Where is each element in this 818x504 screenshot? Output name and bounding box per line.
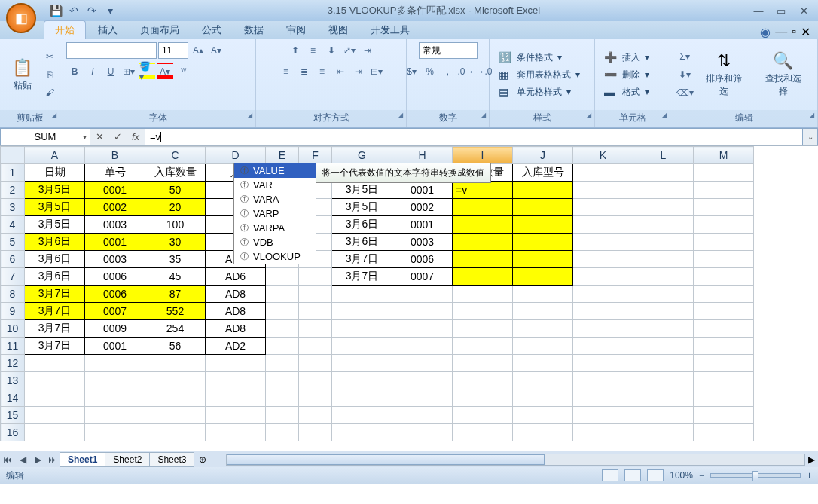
phonetic-button[interactable]: ᵂ xyxy=(175,63,191,80)
cell-G12[interactable] xyxy=(332,355,392,372)
cell-D11[interactable]: AD2 xyxy=(206,338,266,355)
zoom-level[interactable]: 100% xyxy=(670,470,693,481)
ribbon-tab-5[interactable]: 审阅 xyxy=(276,21,316,39)
col-header-A[interactable]: A xyxy=(25,147,85,164)
col-header-C[interactable]: C xyxy=(145,147,206,164)
ribbon-tab-3[interactable]: 公式 xyxy=(191,21,232,39)
cell-D16[interactable] xyxy=(206,424,266,441)
hscroll-right-icon[interactable]: ▶ xyxy=(805,454,818,465)
col-header-E[interactable]: E xyxy=(266,147,299,164)
cell-G7[interactable]: 3月7日 xyxy=(332,268,392,286)
cell-K6[interactable] xyxy=(573,251,633,268)
increase-decimal-icon[interactable]: .0→ xyxy=(458,63,475,80)
cell-G13[interactable] xyxy=(332,372,392,389)
cell-I6[interactable] xyxy=(453,251,513,268)
cell-B4[interactable]: 0003 xyxy=(85,216,145,234)
cell-L10[interactable] xyxy=(633,320,694,338)
doc-minimize-icon[interactable]: — xyxy=(775,25,787,39)
office-button[interactable]: ◧ xyxy=(6,3,36,33)
help-icon[interactable]: ◉ xyxy=(760,25,771,39)
insert-cells-button[interactable]: ➕插入▾ xyxy=(601,50,652,66)
cell-J8[interactable] xyxy=(513,286,573,303)
cell-G4[interactable]: 3月6日 xyxy=(332,216,392,234)
align-right-icon[interactable]: ≡ xyxy=(314,63,331,80)
cell-G6[interactable]: 3月7日 xyxy=(332,251,392,268)
cell-B9[interactable]: 0007 xyxy=(85,303,145,320)
cell-L8[interactable] xyxy=(633,286,694,303)
col-header-K[interactable]: K xyxy=(573,147,633,164)
ribbon-tab-1[interactable]: 插入 xyxy=(87,21,128,39)
cell-A12[interactable] xyxy=(25,355,85,372)
cell-I3[interactable] xyxy=(453,199,513,216)
fill-icon[interactable]: ⬇▾ xyxy=(676,66,693,83)
sheet-nav-last-icon[interactable]: ⏭ xyxy=(45,452,60,467)
cell-H8[interactable] xyxy=(392,286,453,303)
increase-indent-icon[interactable]: ⇥ xyxy=(350,63,367,80)
cell-L14[interactable] xyxy=(633,389,694,407)
sheet-tab-sheet3[interactable]: Sheet3 xyxy=(149,452,194,467)
row-header-1[interactable]: 1 xyxy=(1,164,25,182)
format-painter-icon[interactable]: 🖌 xyxy=(41,84,58,101)
font-color-button[interactable]: A▾ xyxy=(157,63,173,80)
cell-A6[interactable]: 3月6日 xyxy=(25,251,85,268)
comma-icon[interactable]: , xyxy=(440,63,456,80)
qat-dropdown-icon[interactable]: ▾ xyxy=(102,3,118,18)
cell-M11[interactable] xyxy=(694,338,754,355)
cell-B10[interactable]: 0009 xyxy=(85,320,145,338)
cell-H7[interactable]: 0007 xyxy=(392,268,453,286)
close-icon[interactable]: ✕ xyxy=(795,4,812,17)
cell-D15[interactable] xyxy=(206,407,266,424)
cell-M13[interactable] xyxy=(694,372,754,389)
cell-L9[interactable] xyxy=(633,303,694,320)
ribbon-tab-7[interactable]: 开发工具 xyxy=(360,21,420,39)
name-box[interactable]: SUM xyxy=(0,128,90,145)
sheet-tab-sheet1[interactable]: Sheet1 xyxy=(60,452,105,467)
wrap-text-icon[interactable]: ⇥ xyxy=(359,42,376,59)
cell-L13[interactable] xyxy=(633,372,694,389)
cell-H11[interactable] xyxy=(392,338,453,355)
cell-C2[interactable]: 50 xyxy=(145,182,206,199)
cell-K11[interactable] xyxy=(573,338,633,355)
cell-B16[interactable] xyxy=(85,424,145,441)
cell-E8[interactable] xyxy=(266,286,299,303)
cell-M10[interactable] xyxy=(694,320,754,338)
cell-K7[interactable] xyxy=(573,268,633,286)
cell-E16[interactable] xyxy=(266,424,299,441)
cell-H16[interactable] xyxy=(392,424,453,441)
ribbon-tab-6[interactable]: 视图 xyxy=(318,21,359,39)
row-header-6[interactable]: 6 xyxy=(1,251,25,268)
delete-cells-button[interactable]: ➖删除▾ xyxy=(601,67,652,83)
cell-B6[interactable]: 0003 xyxy=(85,251,145,268)
cell-A4[interactable]: 3月5日 xyxy=(25,216,85,234)
cell-C11[interactable]: 56 xyxy=(145,338,206,355)
cell-C5[interactable]: 30 xyxy=(145,234,206,251)
cell-K2[interactable] xyxy=(573,182,633,199)
cell-H9[interactable] xyxy=(392,303,453,320)
cell-A13[interactable] xyxy=(25,372,85,389)
cell-J2[interactable] xyxy=(513,182,573,199)
row-header-11[interactable]: 11 xyxy=(1,338,25,355)
cell-A10[interactable]: 3月7日 xyxy=(25,320,85,338)
redo-icon[interactable]: ↷ xyxy=(84,3,99,18)
align-bottom-icon[interactable]: ⬇ xyxy=(323,42,340,59)
cell-A11[interactable]: 3月7日 xyxy=(25,338,85,355)
autocomplete-item-value[interactable]: ⓕVALUE xyxy=(234,163,316,178)
cell-F10[interactable] xyxy=(299,320,332,338)
cell-D13[interactable] xyxy=(206,372,266,389)
cell-E13[interactable] xyxy=(266,372,299,389)
row-header-10[interactable]: 10 xyxy=(1,320,25,338)
accept-formula-icon[interactable]: ✓ xyxy=(108,131,127,142)
cell-E9[interactable] xyxy=(266,303,299,320)
copy-icon[interactable]: ⎘ xyxy=(41,66,58,83)
cell-J12[interactable] xyxy=(513,355,573,372)
cell-J10[interactable] xyxy=(513,320,573,338)
cell-I10[interactable] xyxy=(453,320,513,338)
cell-J1[interactable]: 入库型号 xyxy=(513,164,573,182)
find-select-button[interactable]: 🔍查找和选择 xyxy=(755,50,812,99)
cell-B5[interactable]: 0001 xyxy=(85,234,145,251)
cell-G11[interactable] xyxy=(332,338,392,355)
cell-G16[interactable] xyxy=(332,424,392,441)
row-header-16[interactable]: 16 xyxy=(1,424,25,441)
cell-C4[interactable]: 100 xyxy=(145,216,206,234)
cell-B7[interactable]: 0006 xyxy=(85,268,145,286)
